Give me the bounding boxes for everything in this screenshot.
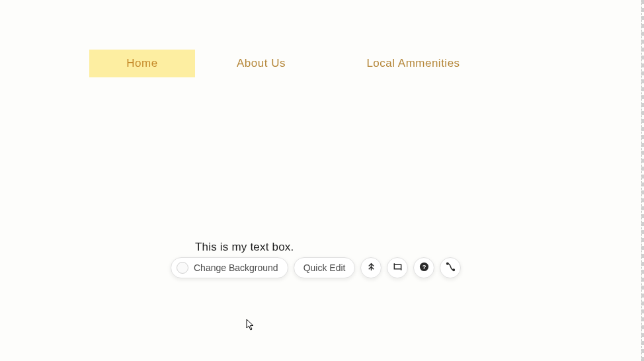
svg-rect-0 xyxy=(394,264,401,269)
nav-item-local-amenities[interactable]: Local Ammenities xyxy=(327,50,499,77)
help-icon: ? xyxy=(419,262,429,274)
change-background-label: Change Background xyxy=(194,262,278,273)
change-background-button[interactable]: Change Background xyxy=(171,257,288,278)
stretch-icon xyxy=(393,262,403,274)
scroll-up-icon xyxy=(366,262,376,274)
page-boundary xyxy=(641,0,644,361)
color-swatch-icon xyxy=(177,262,188,274)
scroll-effects-button[interactable] xyxy=(360,257,382,278)
animation-icon xyxy=(446,262,456,274)
help-button[interactable]: ? xyxy=(413,257,434,278)
svg-point-4 xyxy=(453,268,454,270)
nav-item-about[interactable]: About Us xyxy=(195,50,327,77)
stretch-button[interactable] xyxy=(387,257,408,278)
mouse-cursor xyxy=(246,319,255,333)
quick-edit-button[interactable]: Quick Edit xyxy=(294,257,356,278)
main-nav: Home About Us Local Ammenities xyxy=(89,50,499,77)
quick-edit-label: Quick Edit xyxy=(303,262,346,273)
svg-text:?: ? xyxy=(423,263,426,270)
svg-point-3 xyxy=(447,262,448,264)
textbox-content[interactable]: This is my text box. xyxy=(195,241,294,254)
animation-button[interactable] xyxy=(440,257,461,278)
section-toolbar: Change Background Quick Edit ? xyxy=(171,257,461,278)
nav-item-home[interactable]: Home xyxy=(89,50,195,77)
